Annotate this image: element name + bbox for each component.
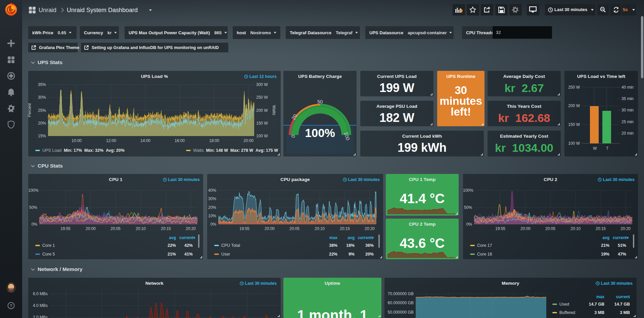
svg-text:?: ?	[10, 303, 12, 308]
svg-text:50: 50	[317, 99, 323, 104]
